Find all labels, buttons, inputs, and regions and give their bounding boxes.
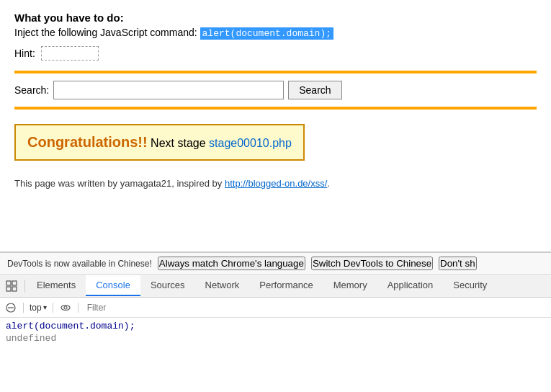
switch-chinese-button[interactable]: Switch DevTools to Chinese: [311, 257, 433, 270]
always-match-button[interactable]: Always match Chrome's language: [158, 257, 305, 270]
hint-label: Hint:: [14, 48, 35, 59]
filter-input[interactable]: [84, 303, 171, 313]
notification-text: DevTools is now available in Chinese!: [7, 259, 152, 269]
clear-icon[interactable]: [4, 301, 17, 314]
devtools-tabs: Elements Console Sources Network Perform…: [0, 275, 551, 298]
svg-rect-1: [6, 287, 11, 291]
written-by: This page was written by yamagata21, ins…: [14, 178, 537, 189]
console-output: alert(document.domain); undefined: [0, 318, 551, 347]
inject-text: Inject the following JavaScript command:: [14, 27, 197, 38]
hint-box: [41, 46, 99, 61]
tab-sources[interactable]: Sources: [140, 275, 195, 296]
toolbar-sep-3: [78, 303, 79, 313]
tab-memory[interactable]: Memory: [323, 275, 377, 296]
console-command: alert(document.domain);: [6, 321, 545, 331]
console-toolbar: top ▾: [0, 298, 551, 318]
hint-line: Hint:: [14, 46, 537, 61]
svg-rect-3: [12, 287, 17, 291]
inject-line: Inject the following JavaScript command:…: [14, 27, 537, 39]
written-by-text: This page was written by yamagata21, ins…: [14, 178, 222, 189]
tab-network[interactable]: Network: [195, 275, 250, 296]
svg-rect-0: [6, 281, 11, 285]
svg-point-7: [64, 306, 67, 309]
next-stage-prefix: Next stage: [151, 137, 205, 149]
congrats-box: Congratulations!! Next stage stage00010.…: [14, 124, 305, 161]
congrats-area: Congratulations!! Next stage stage00010.…: [14, 117, 537, 168]
toolbar-sep-2: [53, 303, 53, 313]
tab-application[interactable]: Application: [377, 275, 444, 296]
task-title: What you have to do:: [14, 12, 537, 24]
svg-rect-2: [12, 281, 17, 285]
inspector-icon[interactable]: [0, 280, 23, 292]
toolbar-sep-1: [23, 303, 24, 313]
search-input[interactable]: [53, 81, 284, 99]
search-button[interactable]: Search: [288, 81, 341, 99]
search-label: Search:: [14, 84, 49, 96]
tab-security[interactable]: Security: [443, 275, 497, 296]
lang-notification: DevTools is now available in Chinese! Al…: [0, 252, 551, 275]
next-stage-link[interactable]: stage00010.php: [209, 137, 292, 149]
tab-performance[interactable]: Performance: [249, 275, 323, 296]
inject-command: alert(document.domain);: [200, 27, 333, 40]
tab-console[interactable]: Console: [86, 275, 140, 296]
written-by-link[interactable]: http://blogged-on.de/xss/: [225, 178, 327, 189]
dont-show-button[interactable]: Don't sh: [439, 257, 476, 270]
top-arrow-icon: ▾: [43, 303, 47, 311]
top-label: top: [30, 303, 42, 313]
eye-icon[interactable]: [59, 301, 72, 314]
tab-divider: [24, 280, 25, 293]
console-result: undefined: [6, 333, 545, 344]
congrats-text: Congratulations!!: [27, 134, 148, 150]
top-selector[interactable]: top ▾: [30, 303, 47, 313]
search-bar: Search: Search: [14, 74, 537, 110]
main-content: What you have to do: Inject the followin…: [0, 0, 551, 200]
devtools-panel: DevTools is now available in Chinese! Al…: [0, 251, 551, 392]
tab-elements[interactable]: Elements: [27, 275, 86, 296]
